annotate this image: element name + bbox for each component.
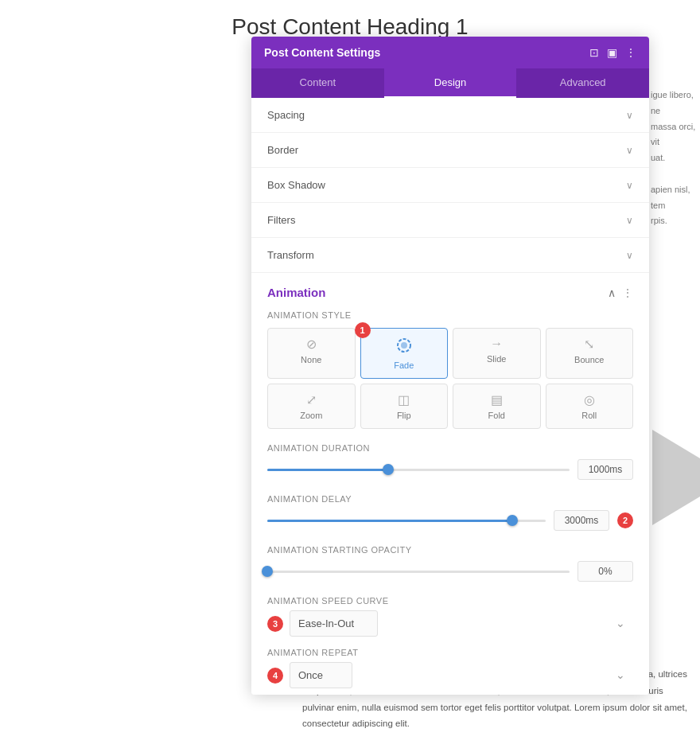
zoom-label: Zoom [300,411,322,420]
style-btn-roll[interactable]: ◎ Roll [546,384,634,429]
animation-duration-row: Animation Duration 1000ms [267,443,633,480]
badge-2: 2 [617,512,633,528]
bounce-label: Bounce [574,355,604,364]
animation-duration-label: Animation Duration [267,443,633,453]
bounce-icon: ⤡ [584,337,594,352]
fade-label: Fade [394,360,414,370]
border-chevron: ∨ [626,145,633,156]
badge-3: 3 [267,616,283,632]
fold-label: Fold [488,411,505,420]
animation-opacity-thumb[interactable] [262,566,273,577]
animation-duration-slider-container: 1000ms [267,459,633,480]
transform-label: Transform [267,249,314,261]
columns-icon[interactable]: ▣ [607,46,617,59]
more-icon[interactable]: ⋮ [625,46,636,59]
animation-more-icon[interactable]: ⋮ [622,286,633,299]
bg-right-text: igue libero, ne massa orci, vit uat. api… [651,88,700,229]
panel-title: Post Content Settings [264,46,380,59]
zoom-icon: ⤢ [306,392,317,407]
animation-header-right: ∧ ⋮ [608,286,633,299]
spacing-label: Spacing [267,109,305,121]
animation-opacity-track [267,571,570,573]
border-label: Border [267,144,298,156]
slide-label: Slide [487,354,506,364]
animation-repeat-container: 4 Once Loop Infinite [267,662,633,688]
tab-design[interactable]: Design [384,68,517,98]
animation-speed-curve-row: Animation Speed Curve 3 Ease-In-Out Ease… [267,596,633,637]
spacing-section[interactable]: Spacing ∨ [251,98,649,133]
animation-delay-slider-container: 3000ms 2 [267,510,633,531]
animation-duration-fill [267,469,388,471]
animation-style-grid: ⊘ None 1 Fade → Sl [267,328,633,429]
transform-section[interactable]: Transform ∨ [251,238,649,273]
flip-icon: ◫ [398,392,410,407]
spacing-chevron: ∨ [626,110,633,121]
border-section[interactable]: Border ∨ [251,133,649,168]
style-btn-slide[interactable]: → Slide [453,328,541,379]
tab-advanced[interactable]: Advanced [516,68,649,98]
slide-icon: → [490,337,503,351]
style-btn-flip[interactable]: ◫ Flip [360,384,449,429]
animation-opacity-row: Animation Starting Opacity 0% [267,545,633,582]
style-btn-zoom[interactable]: ⤢ Zoom [267,384,356,429]
badge-1: 1 [355,322,371,338]
badge-4: 4 [267,668,283,684]
animation-delay-fill [267,520,512,522]
roll-label: Roll [581,411,597,420]
roll-icon: ◎ [584,392,595,407]
panel-body: Spacing ∨ Border ∨ Box Shadow ∨ Filters … [251,98,649,695]
animation-duration-track [267,469,570,471]
animation-title: Animation [267,286,325,299]
style-btn-none[interactable]: ⊘ None [267,328,356,379]
animation-duration-thumb[interactable] [383,464,394,475]
tab-content[interactable]: Content [251,68,384,98]
animation-delay-row: Animation Delay 3000ms 2 [267,494,633,531]
animation-section: Animation ∧ ⋮ Animation Style ⊘ None 1 [251,273,649,695]
animation-delay-value[interactable]: 3000ms [554,510,609,531]
box-shadow-chevron: ∨ [626,180,633,191]
animation-speed-curve-wrapper: Ease-In-Out Ease-In Ease-Out Linear Ease [290,610,633,637]
animation-repeat-label: Animation Repeat [267,648,633,657]
animation-duration-value[interactable]: 1000ms [578,459,633,480]
settings-panel: Post Content Settings ⊡ ▣ ⋮ Content Desi… [251,37,649,695]
expand-icon[interactable]: ⊡ [589,46,599,59]
box-shadow-section[interactable]: Box Shadow ∨ [251,168,649,203]
animation-repeat-select[interactable]: Once Loop Infinite [290,662,352,688]
animation-speed-curve-container: 3 Ease-In-Out Ease-In Ease-Out Linear Ea… [267,610,633,637]
filters-label: Filters [267,214,295,226]
none-label: None [301,355,321,364]
svg-point-1 [401,342,407,349]
animation-delay-track [267,520,546,522]
panel-header: Post Content Settings ⊡ ▣ ⋮ [251,37,649,68]
flip-label: Flip [397,411,411,420]
animation-delay-label: Animation Delay [267,494,633,504]
panel-header-icons: ⊡ ▣ ⋮ [589,46,636,59]
animation-repeat-wrapper: Once Loop Infinite [290,662,633,688]
animation-repeat-row: Animation Repeat 4 Once Loop Infinite [267,648,633,688]
animation-opacity-value[interactable]: 0% [578,561,633,582]
style-btn-fade[interactable]: 1 Fade [360,328,449,379]
box-shadow-label: Box Shadow [267,179,325,191]
fade-icon [395,337,413,357]
filters-chevron: ∨ [626,215,633,226]
animation-collapse-icon[interactable]: ∧ [608,286,616,299]
style-btn-bounce[interactable]: ⤡ Bounce [546,328,634,379]
transform-chevron: ∨ [626,250,633,261]
filters-section[interactable]: Filters ∨ [251,203,649,238]
animation-speed-curve-label: Animation Speed Curve [267,596,633,606]
animation-opacity-label: Animation Starting Opacity [267,545,633,555]
animation-speed-curve-select[interactable]: Ease-In-Out Ease-In Ease-Out Linear Ease [290,610,378,637]
animation-delay-thumb[interactable] [507,515,518,526]
none-icon: ⊘ [306,337,317,352]
animation-header: Animation ∧ ⋮ [267,286,633,299]
style-btn-fold[interactable]: ▤ Fold [453,384,541,429]
animation-opacity-slider-container: 0% [267,561,633,582]
animation-style-label: Animation Style [267,310,633,320]
fold-icon: ▤ [491,392,503,407]
panel-tabs: Content Design Advanced [251,68,649,98]
